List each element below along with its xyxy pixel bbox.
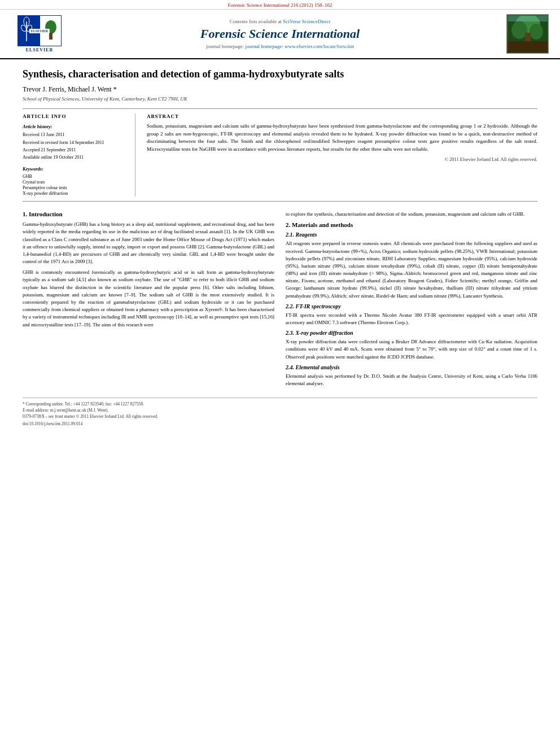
affiliation: School of Physical Sciences, University … — [23, 96, 537, 102]
article-info-heading: ARTICLE INFO — [23, 113, 128, 119]
introduction-heading: 1. Introduction — [23, 211, 274, 217]
ftir-heading: 2.2. FT-IR spectroscopy — [286, 303, 537, 309]
authors: Trevor J. Ferris, Michael J. Went * — [23, 85, 537, 94]
reagents-text: All reagents were prepared in reverse os… — [286, 240, 537, 300]
copyright: © 2011 Elsevier Ireland Ltd. All rights … — [147, 156, 537, 162]
elsevier-logo-area: ELSEVIER ELSEVIER — [11, 15, 68, 53]
elsevier-emblem-text: ELSEVIER — [29, 29, 50, 33]
ftir-text: FT-IR spectra were recorded with a Therm… — [286, 312, 537, 326]
keywords-label: Keywords: — [23, 166, 128, 172]
keyword-1: GHB — [23, 174, 128, 179]
svg-point-10 — [511, 21, 527, 39]
journal-citation: Forensic Science International 216 (2012… — [0, 0, 560, 10]
corresponding-author-note: * Corresponding author. Tel.: +44 1227 8… — [23, 401, 537, 407]
keywords-section: Keywords: GHB Crystal tests Presumptive … — [23, 166, 128, 196]
article-footer: * Corresponding author. Tel.: +44 1227 8… — [23, 397, 537, 426]
available-online-date: Available online 19 October 2011 — [23, 154, 128, 160]
elsevier-wordmark: ELSEVIER — [26, 47, 53, 53]
journal-logo-right — [492, 14, 549, 54]
journal-header: ELSEVIER ELSEVIER Contents l — [0, 10, 560, 59]
article-title: Synthesis, characterisation and detectio… — [23, 68, 537, 81]
svg-point-11 — [530, 24, 543, 40]
intro-paragraph-2: GHB is commonly encountered forensically… — [23, 269, 274, 329]
abstract-text: Sodium, potassium, magnesium and calcium… — [147, 123, 537, 153]
article-body: Synthesis, characterisation and detectio… — [0, 59, 560, 438]
body-columns: 1. Introduction Gamma-hydroxybutyrate (G… — [23, 211, 537, 391]
journal-title-area: Contents lists available at SciVerse Sci… — [68, 19, 492, 49]
journal-url[interactable]: journal homepage: www.elsevier.com/locat… — [246, 43, 354, 49]
accepted-date: Accepted 21 September 2011 — [23, 147, 128, 153]
elemental-heading: 2.4. Elemental analysis — [286, 364, 537, 370]
sciverse-text: Contents lists available at SciVerse Sci… — [68, 19, 492, 24]
svg-rect-13 — [508, 41, 548, 53]
abstract-section: ABSTRACT Sodium, potassium, magnesium an… — [147, 113, 537, 196]
received-date: Received 13 June 2011 — [23, 132, 128, 138]
xray-text: X-ray powder diffraction data were colle… — [286, 338, 537, 361]
email-note: E-mail address: m.j.went@kent.ac.uk (M.J… — [23, 408, 537, 413]
materials-methods-heading: 2. Materials and methods — [286, 221, 537, 228]
svg-rect-14 — [508, 16, 548, 21]
left-body-column: 1. Introduction Gamma-hydroxybutyrate (G… — [23, 211, 274, 391]
journal-homepage: journal homepage: journal homepage: www.… — [68, 43, 492, 49]
article-info-abstract: ARTICLE INFO Article history: Received 1… — [23, 108, 537, 202]
elemental-text: Elemental analysis was performed by Dr. … — [286, 373, 537, 387]
reagents-heading: 2.1. Reagents — [286, 231, 537, 238]
xray-heading: 2.3. X-ray powder diffraction — [286, 330, 537, 336]
svg-rect-3 — [49, 33, 53, 40]
keyword-2: Crystal tests — [23, 180, 128, 185]
elsevier-emblem: ELSEVIER — [18, 15, 62, 46]
issn-note: 0379-0738/$ – see front matter © 2011 El… — [23, 414, 537, 419]
elsevier-logo: ELSEVIER ELSEVIER — [11, 15, 68, 53]
intro-paragraph-1: Gamma-hydroxybutyrate (GHB) has a long h… — [23, 221, 274, 265]
received-revised-date: Received in revised form 14 September 20… — [23, 139, 128, 146]
right-body-column: to explore the synthesis, characterisati… — [286, 211, 537, 391]
keyword-3: Presumptive colour tests — [23, 185, 128, 190]
abstract-heading: ABSTRACT — [147, 113, 537, 119]
article-history-label: Article history: — [23, 124, 128, 129]
sciverse-link[interactable]: SciVerse ScienceDirect — [283, 19, 330, 24]
keyword-4: X-ray powder diffraction — [23, 191, 128, 196]
article-info: ARTICLE INFO Article history: Received 1… — [23, 113, 135, 196]
continuation-text: to explore the synthesis, characterisati… — [286, 211, 537, 218]
journal-tree-logo — [506, 14, 549, 54]
journal-title: Forensic Science International — [68, 27, 492, 41]
doi: doi:10.1016/j.forsciint.2011.09.014 — [23, 421, 537, 426]
